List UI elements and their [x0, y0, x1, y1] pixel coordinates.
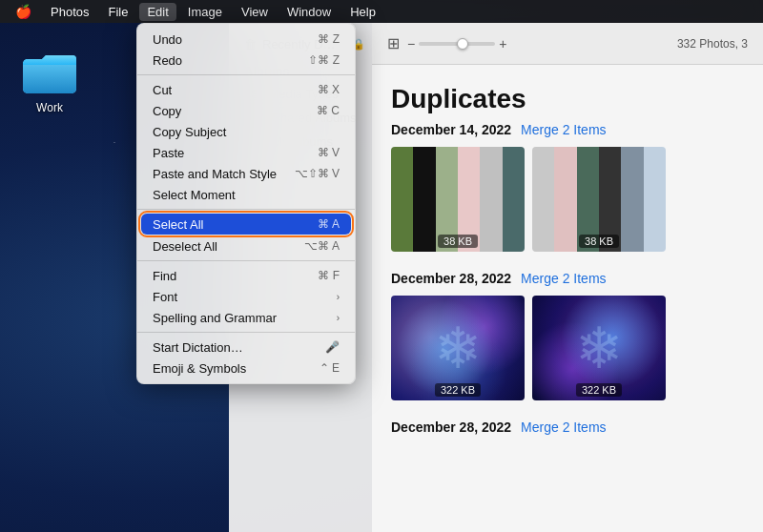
find-label: Find [153, 269, 176, 283]
copy-label: Copy [153, 104, 181, 118]
menu-item-copy-subject[interactable]: Copy Subject [137, 121, 355, 142]
menu-item-font[interactable]: Font › [137, 286, 355, 307]
paste-match-label: Paste and Match Style [153, 167, 277, 181]
redo-shortcut: ⇧⌘ Z [308, 53, 340, 67]
photo-thumb-2[interactable]: 38 KB [532, 147, 666, 252]
menu-item-deselect-all[interactable]: Deselect All ⌥⌘ A [137, 235, 355, 256]
main-panel: ⊞ − + 332 Photos, 3 Duplicates December … [372, 23, 763, 532]
undo-shortcut: ⌘ Z [318, 32, 340, 46]
group-1-photos: 38 KB 38 KB [391, 147, 744, 252]
desktop-sidebar: Work [0, 29, 124, 532]
folder-icon [19, 44, 80, 97]
photo-thumb-4[interactable]: ❄ 322 KB [532, 296, 666, 400]
folder-work[interactable]: Work [11, 44, 88, 114]
menubar-help[interactable]: Help [342, 3, 383, 21]
select-moment-label: Select Moment [153, 188, 236, 202]
dictation-label: Start Dictation… [153, 340, 243, 355]
duplicates-title: Duplicates [391, 84, 744, 114]
spelling-label: Spelling and Grammar [153, 311, 277, 325]
menubar-view[interactable]: View [234, 3, 276, 21]
emoji-shortcut: ⌃ E [320, 361, 340, 375]
copy-subject-label: Copy Subject [153, 125, 226, 139]
group-3-date: December 28, 2022 [391, 419, 511, 435]
group-1-date: December 14, 2022 [391, 122, 511, 137]
menu-item-paste-match[interactable]: Paste and Match Style ⌥⇧⌘ V [137, 163, 355, 184]
deselect-all-label: Deselect All [153, 239, 217, 254]
group-2-header: December 28, 2022 Merge 2 Items [391, 271, 744, 286]
cut-shortcut: ⌘ X [318, 83, 340, 96]
font-label: Font [153, 290, 177, 304]
zoom-slider-track[interactable] [419, 42, 495, 46]
menu-item-spelling[interactable]: Spelling and Grammar › [137, 307, 355, 328]
deselect-all-shortcut: ⌥⌘ A [304, 239, 340, 253]
photo-thumb-3[interactable]: ❄ 322 KB [391, 296, 525, 400]
paste-shortcut: ⌘ V [318, 146, 340, 159]
separator-2 [137, 209, 355, 210]
apple-menu[interactable]: 🍎 [8, 4, 39, 19]
menubar-image[interactable]: Image [180, 3, 230, 21]
menu-item-dictation[interactable]: Start Dictation… 🎤 [137, 337, 355, 358]
menu-item-redo[interactable]: Redo ⇧⌘ Z [137, 50, 355, 71]
group-2-date: December 28, 2022 [391, 271, 511, 286]
menubar-file[interactable]: File [100, 3, 135, 21]
copy-shortcut: ⌘ C [317, 104, 340, 117]
select-all-shortcut: ⌘ A [318, 217, 340, 231]
group-3-header: December 28, 2022 Merge 2 Items [391, 419, 744, 435]
menubar-edit[interactable]: Edit [139, 3, 175, 21]
menu-item-find[interactable]: Find ⌘ F [137, 265, 355, 286]
group-1-header: December 14, 2022 Merge 2 Items [391, 122, 744, 137]
grid-icon[interactable]: ⊞ [387, 34, 400, 52]
menu-item-paste[interactable]: Paste ⌘ V [137, 142, 355, 163]
redo-label: Redo [153, 53, 182, 68]
photo-3-size-badge: 322 KB [435, 383, 481, 397]
menubar-photos[interactable]: Photos [43, 3, 96, 21]
find-shortcut: ⌘ F [318, 269, 340, 282]
menu-item-select-moment[interactable]: Select Moment [137, 184, 355, 205]
photo-1-size-badge: 38 KB [438, 235, 478, 248]
separator-1 [137, 74, 355, 75]
paste-label: Paste [153, 146, 184, 160]
font-arrow-icon: › [337, 292, 340, 302]
zoom-slider-thumb [457, 38, 468, 50]
group-2-photos: ❄ 322 KB ❄ 322 KB [391, 296, 744, 400]
photo-4-size-badge: 322 KB [576, 383, 622, 397]
menu-item-copy[interactable]: Copy ⌘ C [137, 100, 355, 121]
undo-label: Undo [153, 32, 182, 47]
folder-label: Work [36, 101, 63, 114]
spelling-arrow-icon: › [337, 313, 340, 323]
edit-dropdown-menu: Undo ⌘ Z Redo ⇧⌘ Z Cut ⌘ X Copy ⌘ C Copy… [136, 23, 356, 384]
group-1-merge-button[interactable]: Merge 2 Items [521, 122, 606, 137]
menu-item-select-all[interactable]: Select All ⌘ A [141, 214, 351, 235]
separator-3 [137, 260, 355, 261]
select-all-label: Select All [153, 217, 203, 232]
zoom-out-button[interactable]: − [407, 36, 415, 51]
panel-toolbar: ⊞ − + 332 Photos, 3 [372, 23, 763, 65]
group-3-merge-button[interactable]: Merge 2 Items [521, 419, 606, 435]
paste-match-shortcut: ⌥⇧⌘ V [295, 167, 340, 180]
menu-item-emoji[interactable]: Emoji & Symbols ⌃ E [137, 358, 355, 379]
separator-4 [137, 332, 355, 333]
menu-item-undo[interactable]: Undo ⌘ Z [137, 29, 355, 50]
menu-item-cut[interactable]: Cut ⌘ X [137, 79, 355, 100]
zoom-slider-container: − + [407, 36, 670, 51]
photo-count-label: 332 Photos, 3 [677, 37, 748, 51]
photo-thumb-1[interactable]: 38 KB [391, 147, 525, 252]
cut-label: Cut [153, 83, 172, 97]
group-2-merge-button[interactable]: Merge 2 Items [521, 271, 606, 286]
dictation-icon: 🎤 [325, 340, 340, 354]
zoom-in-button[interactable]: + [499, 36, 506, 51]
photo-2-size-badge: 38 KB [579, 235, 619, 248]
panel-content: Duplicates December 14, 2022 Merge 2 Ite… [372, 65, 763, 532]
menubar-window[interactable]: Window [279, 3, 339, 21]
emoji-label: Emoji & Symbols [153, 361, 246, 376]
menubar: 🍎 Photos File Edit Image View Window Hel… [0, 0, 763, 23]
